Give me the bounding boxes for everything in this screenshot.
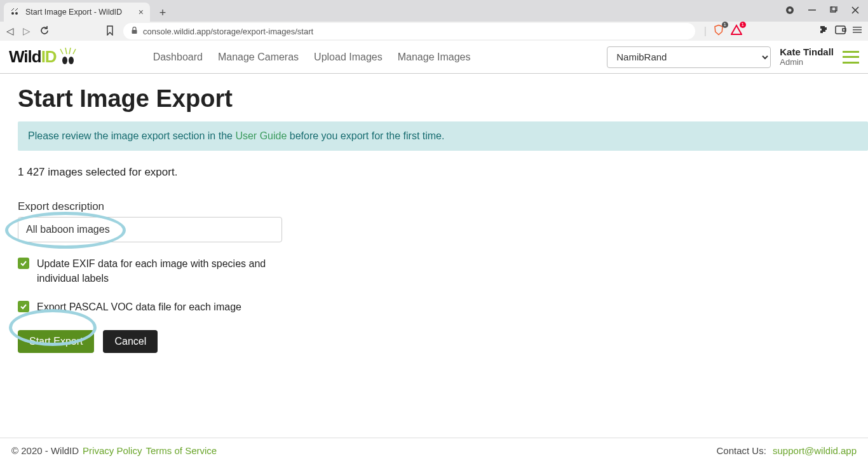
svg-rect-12 bbox=[853, 32, 862, 33]
app-header: WildID Dashboard Manage Cameras Upload I… bbox=[0, 41, 868, 74]
logo[interactable]: WildID bbox=[9, 47, 77, 67]
svg-rect-10 bbox=[853, 27, 862, 28]
user-name: Kate Tindall bbox=[780, 47, 834, 58]
url-field[interactable]: console.wildid.app/storage/export-images… bbox=[123, 23, 695, 39]
triangle-badge: 1 bbox=[740, 22, 746, 28]
checkbox-exif[interactable]: Update EXIF data for each image with spe… bbox=[18, 256, 850, 286]
nav-dashboard[interactable]: Dashboard bbox=[153, 52, 203, 63]
desc-input[interactable] bbox=[18, 217, 282, 242]
nav-manage-images[interactable]: Manage Images bbox=[398, 52, 471, 63]
svg-rect-4 bbox=[808, 10, 816, 11]
checkbox-pascal[interactable]: Export PASCAL VOC data file for each ima… bbox=[18, 300, 850, 314]
desc-label: Export description bbox=[18, 200, 850, 213]
page-content: Start Image Export Please review the ima… bbox=[0, 74, 868, 438]
browser-tab[interactable]: Start Image Export - WildID × bbox=[4, 3, 150, 22]
org-select[interactable]: NamibRand bbox=[607, 46, 771, 68]
shield-badge: 1 bbox=[722, 22, 728, 28]
nav-upload-images[interactable]: Upload Images bbox=[314, 52, 383, 63]
start-export-button[interactable]: Start Export bbox=[18, 330, 94, 353]
url-text: console.wildid.app/storage/export-images… bbox=[143, 27, 313, 36]
reload-icon[interactable] bbox=[39, 25, 50, 38]
svg-point-13 bbox=[62, 57, 67, 64]
shield-icon[interactable]: 1 bbox=[713, 24, 724, 38]
svg-rect-11 bbox=[853, 29, 862, 31]
circle-icon[interactable] bbox=[785, 6, 794, 17]
bookmark-icon[interactable] bbox=[105, 25, 114, 38]
user-block[interactable]: Kate Tindall Admin bbox=[780, 47, 834, 67]
contact-label: Contact Us: bbox=[716, 445, 766, 456]
checkbox-icon[interactable] bbox=[18, 258, 29, 269]
user-guide-link[interactable]: User Guide bbox=[235, 130, 287, 141]
svg-rect-9 bbox=[843, 29, 846, 31]
footer: © 2020 - WildID Privacy Policy Terms of … bbox=[0, 438, 868, 463]
page-title: Start Image Export bbox=[18, 85, 850, 113]
user-role: Admin bbox=[780, 58, 834, 67]
menu-icon[interactable] bbox=[843, 51, 859, 64]
wallet-icon[interactable] bbox=[835, 25, 846, 38]
extension-icons: | 1 1 bbox=[704, 24, 862, 38]
window-controls bbox=[785, 0, 868, 22]
new-tab-button[interactable]: + bbox=[154, 4, 172, 22]
svg-point-1 bbox=[15, 12, 18, 15]
nav-manage-cameras[interactable]: Manage Cameras bbox=[218, 52, 299, 63]
browser-chrome: Start Image Export - WildID × + ◁ ▷ bbox=[0, 0, 868, 41]
tab-bar: Start Image Export - WildID × + bbox=[0, 0, 868, 22]
more-icon[interactable] bbox=[853, 25, 862, 37]
tab-title: Start Image Export - WildID bbox=[25, 8, 122, 17]
contact-email[interactable]: support@wildid.app bbox=[773, 445, 857, 456]
bug-icon bbox=[58, 48, 77, 67]
svg-point-14 bbox=[69, 57, 74, 64]
svg-rect-5 bbox=[831, 7, 836, 12]
svg-point-3 bbox=[789, 8, 792, 11]
svg-rect-8 bbox=[836, 26, 845, 34]
svg-rect-7 bbox=[132, 30, 137, 34]
svg-point-0 bbox=[11, 12, 14, 15]
lock-icon bbox=[131, 27, 138, 36]
copyright: © 2020 - WildID bbox=[11, 445, 79, 456]
minimize-icon[interactable] bbox=[808, 6, 816, 16]
address-bar: ◁ ▷ console.wildid.app/storage/export-im… bbox=[0, 22, 868, 41]
image-count: 1 427 images selected for export. bbox=[18, 166, 850, 179]
favicon bbox=[10, 7, 20, 17]
forward-icon[interactable]: ▷ bbox=[23, 25, 31, 37]
triangle-icon[interactable]: 1 bbox=[731, 24, 742, 38]
close-window-icon[interactable] bbox=[851, 6, 859, 16]
back-icon[interactable]: ◁ bbox=[6, 25, 14, 37]
terms-link[interactable]: Terms of Service bbox=[146, 445, 217, 456]
privacy-link[interactable]: Privacy Policy bbox=[83, 445, 142, 456]
checkbox-exif-label: Update EXIF data for each image with spe… bbox=[37, 256, 291, 286]
extensions-icon[interactable] bbox=[818, 25, 829, 38]
close-icon[interactable]: × bbox=[139, 7, 144, 17]
cancel-button[interactable]: Cancel bbox=[103, 330, 158, 353]
checkbox-icon[interactable] bbox=[18, 301, 29, 312]
info-banner: Please review the image export section i… bbox=[18, 121, 868, 151]
checkbox-pascal-label: Export PASCAL VOC data file for each ima… bbox=[37, 300, 241, 314]
main-nav: Dashboard Manage Cameras Upload Images M… bbox=[153, 52, 471, 63]
maximize-icon[interactable] bbox=[830, 6, 837, 16]
